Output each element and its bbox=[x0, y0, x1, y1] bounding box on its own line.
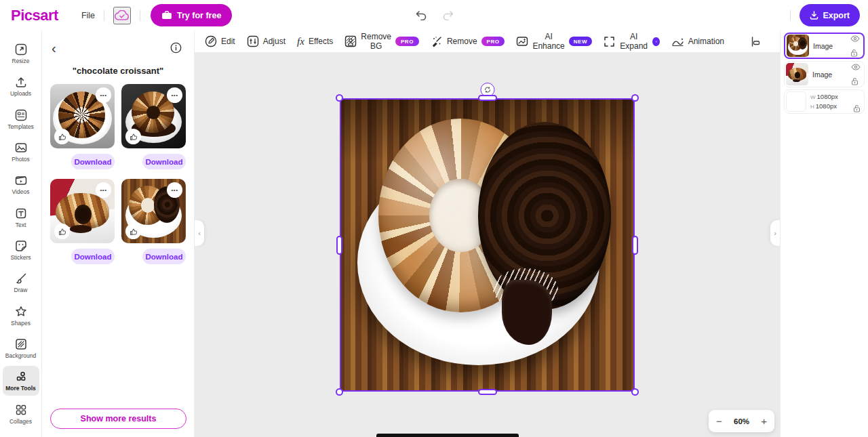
collages-icon bbox=[14, 403, 28, 417]
resize-handle-s[interactable] bbox=[478, 389, 497, 395]
result-item: ••• Download bbox=[121, 84, 186, 179]
try-for-free-label: Try for free bbox=[177, 11, 221, 20]
unlock-icon[interactable] bbox=[851, 77, 861, 85]
ai-expand-credit-badge: ◦ bbox=[652, 37, 659, 46]
unlock-icon[interactable] bbox=[853, 104, 861, 112]
more-options-button[interactable]: ••• bbox=[167, 87, 182, 103]
sidebar-item-templates[interactable]: Templates bbox=[3, 104, 39, 133]
sidebar-item-collages[interactable]: Collages bbox=[3, 399, 39, 428]
result-image-1[interactable]: ••• bbox=[50, 84, 115, 148]
sidebar-item-more-tools[interactable]: More Tools bbox=[3, 366, 39, 395]
collapse-left-panel-tab[interactable]: ‹ bbox=[195, 220, 204, 246]
resize-handle-ne[interactable] bbox=[631, 94, 639, 102]
resize-handle-nw[interactable] bbox=[336, 94, 343, 102]
remove-tool[interactable]: Remove PRO bbox=[431, 35, 505, 47]
picsart-logo[interactable]: Picsart bbox=[11, 7, 58, 24]
back-button[interactable]: ‹ bbox=[52, 41, 56, 55]
layer-item-1[interactable]: Image bbox=[784, 33, 865, 59]
remove-bg-tool[interactable]: Remove BG PRO bbox=[344, 32, 419, 51]
ai-expand-icon bbox=[604, 36, 615, 47]
more-options-button[interactable]: ••• bbox=[167, 182, 182, 198]
position-button[interactable] bbox=[747, 33, 764, 50]
animation-tool[interactable]: Animation bbox=[671, 37, 724, 47]
visibility-eye-icon[interactable] bbox=[851, 64, 861, 70]
result-image-3[interactable]: ••• bbox=[50, 179, 115, 243]
download-button[interactable]: Download bbox=[142, 154, 186, 169]
layer-thumbnail bbox=[786, 91, 806, 112]
pro-badge: PRO bbox=[395, 37, 419, 46]
show-more-results-button[interactable]: Show more results bbox=[50, 409, 186, 429]
tool-label: Remove BG bbox=[361, 32, 391, 51]
sidebar-label: Draw bbox=[14, 287, 28, 293]
sidebar-item-videos[interactable]: Videos bbox=[3, 169, 39, 199]
sidebar-item-photos[interactable]: Photos bbox=[3, 137, 39, 166]
info-button[interactable] bbox=[167, 39, 184, 56]
sidebar-item-background[interactable]: Background bbox=[3, 333, 39, 362]
sidebar-label: Photos bbox=[12, 157, 29, 163]
try-for-free-button[interactable]: Try for free bbox=[151, 4, 232, 26]
photos-icon bbox=[14, 141, 28, 154]
sidebar-item-stickers[interactable]: Stickers bbox=[3, 235, 39, 264]
export-button[interactable]: Export bbox=[800, 4, 860, 26]
tool-label: AI Enhance bbox=[532, 32, 564, 51]
sidebar-item-shapes[interactable]: Shapes bbox=[3, 301, 39, 330]
search-results-panel: ‹ "chocolate croissant" ••• Download ••• bbox=[42, 30, 195, 437]
chevron-right-icon: › bbox=[774, 229, 776, 237]
zoom-out-button[interactable]: − bbox=[716, 415, 722, 427]
remove-wand-icon bbox=[431, 35, 443, 47]
cloud-sync-button[interactable] bbox=[113, 7, 131, 24]
effects-tool[interactable]: fx Effects bbox=[297, 36, 333, 47]
sidebar-item-text[interactable]: Text bbox=[3, 203, 39, 232]
result-image-4[interactable]: ••• bbox=[121, 179, 186, 243]
background-icon bbox=[14, 337, 28, 351]
download-button[interactable]: Download bbox=[71, 249, 115, 264]
tool-label: Adjust bbox=[263, 37, 285, 46]
layers-panel: Image Image W1080px H1080px bbox=[780, 30, 868, 437]
export-label: Export bbox=[823, 11, 850, 20]
background-layer-item[interactable]: W1080px H1080px bbox=[784, 89, 865, 114]
thumbs-up-button[interactable] bbox=[54, 224, 70, 239]
sidebar-item-resize[interactable]: Resize bbox=[3, 39, 39, 68]
layer-name: Image bbox=[812, 70, 851, 79]
thumbs-up-button[interactable] bbox=[125, 224, 141, 239]
sidebar-item-draw[interactable]: Draw bbox=[3, 268, 39, 297]
resize-handle-e[interactable] bbox=[632, 236, 638, 255]
result-item: ••• Download bbox=[50, 179, 115, 274]
unlock-icon[interactable] bbox=[850, 49, 860, 57]
tool-label: Edit bbox=[221, 37, 235, 46]
resize-handle-w[interactable] bbox=[336, 236, 342, 255]
redo-button[interactable] bbox=[439, 7, 457, 23]
more-options-button[interactable]: ••• bbox=[96, 87, 111, 103]
collapse-right-panel-tab[interactable]: › bbox=[770, 220, 780, 246]
canvas-selected-image[interactable] bbox=[340, 98, 635, 392]
ai-expand-tool[interactable]: AI Expand ◦ bbox=[604, 32, 660, 51]
resize-handle-n[interactable] bbox=[478, 95, 497, 101]
resize-handle-sw[interactable] bbox=[336, 388, 343, 396]
visibility-eye-icon[interactable] bbox=[850, 35, 860, 42]
download-button[interactable]: Download bbox=[142, 249, 186, 264]
resize-handle-se[interactable] bbox=[631, 388, 639, 396]
zoom-in-button[interactable]: + bbox=[761, 415, 767, 427]
thumbs-up-button[interactable] bbox=[125, 129, 141, 144]
canvas-area[interactable]: Edit Adjust fx Effects Remove BG PRO Rem… bbox=[195, 30, 780, 437]
sidebar-item-uploads[interactable]: Uploads bbox=[3, 71, 39, 100]
result-image-2[interactable]: ••• bbox=[121, 84, 186, 148]
canvas-width-value: 1080px bbox=[817, 93, 838, 100]
layer-item-2[interactable]: Image bbox=[784, 61, 865, 87]
download-button[interactable]: Download bbox=[71, 154, 115, 169]
left-sidebar: Resize Uploads Templates Photos Videos T… bbox=[0, 30, 42, 437]
zoom-level[interactable]: 60% bbox=[734, 417, 749, 425]
pro-badge: PRO bbox=[481, 37, 505, 46]
ai-enhance-tool[interactable]: AI Enhance NEW bbox=[516, 32, 592, 51]
adjust-tool[interactable]: Adjust bbox=[247, 35, 285, 47]
undo-redo-group bbox=[412, 0, 457, 30]
edit-tool[interactable]: Edit bbox=[205, 35, 235, 47]
header: Picsart File Try for free bbox=[0, 0, 868, 30]
layer-icons bbox=[853, 91, 861, 112]
ai-enhance-icon bbox=[516, 35, 528, 47]
undo-button[interactable] bbox=[412, 7, 430, 23]
chevron-left-icon: ‹ bbox=[198, 229, 201, 237]
file-menu[interactable]: File bbox=[81, 11, 95, 20]
thumbs-up-button[interactable] bbox=[54, 129, 70, 144]
more-options-button[interactable]: ••• bbox=[96, 182, 111, 198]
